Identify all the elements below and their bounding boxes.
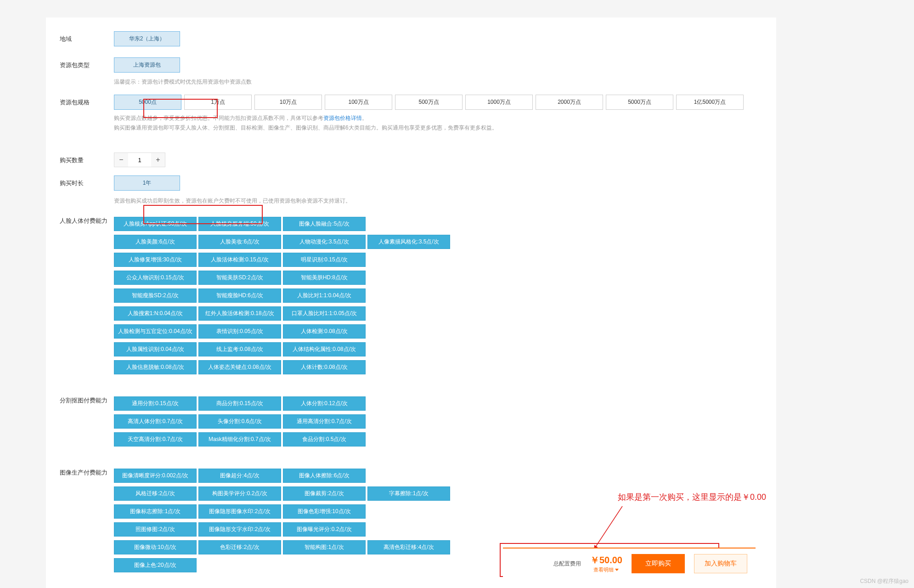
label-quantity: 购买数量 [60,153,114,164]
spec-option-6[interactable]: 2000万点 [536,95,603,110]
spec-option-1[interactable]: 1万点 [184,95,252,110]
gen-cap-2-2: 图像色彩增强:10点/次 [283,504,366,519]
watermark: CSDN @程序猿gao [860,577,908,585]
face-cap-8-0: 人脸信息脱敏:0.08点/次 [114,360,197,374]
spec-price-link[interactable]: 资源包价格详情 [323,115,362,121]
face-capabilities: 人脸核身App认证:50点/次人脸核身服务端:50点/次图像人脸融合:5点/次人… [114,217,762,378]
spec-option-3[interactable]: 100万点 [325,95,392,110]
face-cap-5-1: 红外人脸活体检测:0.18点/次 [198,306,281,321]
face-cap-8-2: 人体计数:0.08点/次 [283,360,366,374]
qty-input[interactable] [128,153,151,167]
row-spec: 资源包规格 5000点1万点10万点100万点500万点1000万点2000万点… [60,95,762,132]
seg-cap-0-1: 商品分割:0.15点/次 [198,396,281,411]
face-cap-2-0: 人脸修复增强:30点/次 [114,253,197,267]
chevron-down-icon [615,569,619,571]
gen-cap-1-0: 风格迁移:2点/次 [114,486,197,501]
face-cap-7-1: 线上监考:0.08点/次 [198,342,281,356]
face-cap-4-2: 人脸比对1:1:0.04点/次 [283,288,366,303]
gen-cap-3-2: 图像曝光评分:0.2点/次 [283,522,366,537]
seg-cap-1-2: 通用高清分割:0.7点/次 [283,414,366,429]
spec-grid: 5000点1万点10万点100万点500万点1000万点2000万点5000万点… [114,95,762,110]
face-cap-2-2: 明星识别:0.15点/次 [283,253,366,267]
gen-cap-1-1: 构图美学评分:0.2点/次 [198,486,281,501]
section-seg: 分割抠图付费能力 通用分割:0.15点/次商品分割:0.15点/次人体分割:0.… [60,396,762,450]
label-duration: 购买时长 [60,175,114,187]
annotation-text: 如果是第一次购买，这里显示的是￥0.00 [618,492,766,503]
label-gen: 图像生产付费能力 [60,469,114,477]
label-face: 人脸人体付费能力 [60,217,114,225]
seg-cap-0-0: 通用分割:0.15点/次 [114,396,197,411]
label-spec: 资源包规格 [60,95,114,107]
seg-cap-1-1: 头像分割:0.6点/次 [198,414,281,429]
add-to-cart-button[interactable]: 加入购物车 [694,554,747,573]
face-cap-0-1: 人脸核身服务端:50点/次 [198,217,281,231]
buy-now-button[interactable]: 立即购买 [632,554,685,573]
gen-cap-1-3: 字幕擦除:1点/次 [367,486,450,501]
spec-option-7[interactable]: 5000万点 [606,95,673,110]
spec-option-0[interactable]: 5000点 [114,95,181,110]
seg-cap-0-2: 人体分割:0.12点/次 [283,396,366,411]
row-quantity: 购买数量 − + [60,153,762,167]
label-pkg-type: 资源包类型 [60,57,114,69]
face-cap-7-0: 人脸属性识别:0.04点/次 [114,342,197,356]
face-cap-6-0: 人脸检测与五官定位:0.04点/次 [114,324,197,339]
region-option-0[interactable]: 华东2（上海） [114,31,180,46]
section-face: 人脸人体付费能力 人脸核身App认证:50点/次人脸核身服务端:50点/次图像人… [60,217,762,378]
total-price: ￥50.00 [590,554,622,566]
seg-cap-2-0: 天空高清分割:0.7点/次 [114,432,197,447]
gen-cap-5-0: 图像上色:20点/次 [114,558,197,572]
spec-hint: 购买资源点数越多，享受更多折扣优惠。不同能力抵扣资源点系数不同，具体可以参考资源… [114,113,762,132]
spec-option-2[interactable]: 10万点 [254,95,322,110]
face-cap-0-2: 图像人脸融合:5点/次 [283,217,366,231]
seg-capabilities: 通用分割:0.15点/次商品分割:0.15点/次人体分割:0.12点/次高清人体… [114,396,762,450]
face-cap-3-1: 智能美肤SD:2点/次 [198,271,281,285]
duration-hint: 资源包购买成功后即刻生效，资源包在账户欠费时不可使用，已使用资源包剩余资源不支持… [114,196,762,205]
qty-minus-button[interactable]: − [114,153,128,167]
spec-option-4[interactable]: 500万点 [395,95,463,110]
seg-cap-2-2: 食品分割:0.5点/次 [283,432,366,447]
gen-cap-2-1: 图像隐形图像水印:2点/次 [198,504,281,519]
seg-cap-1-0: 高清人体分割:0.7点/次 [114,414,197,429]
face-cap-4-1: 智能瘦脸HD:6点/次 [198,288,281,303]
gen-cap-4-1: 色彩迁移:2点/次 [198,540,281,554]
face-cap-1-1: 人脸美妆:6点/次 [198,235,281,249]
face-cap-6-2: 人体检测:0.08点/次 [283,324,366,339]
face-cap-7-2: 人体结构化属性:0.08点/次 [283,342,366,356]
quantity-stepper: − + [114,153,165,167]
gen-cap-4-2: 智能构图:1点/次 [283,540,366,554]
gen-cap-4-0: 图像微动:10点/次 [114,540,197,554]
gen-cap-1-2: 图像裁剪:2点/次 [283,486,366,501]
face-cap-1-0: 人脸美颜:6点/次 [114,235,197,249]
row-duration: 购买时长 1年 资源包购买成功后即刻生效，资源包在账户欠费时不可使用，已使用资源… [60,175,762,205]
face-cap-0-0: 人脸核身App认证:50点/次 [114,217,197,231]
face-cap-1-3: 人像素描风格化:3.5点/次 [367,235,450,249]
cost-label: 总配置费用 [553,560,581,568]
qty-plus-button[interactable]: + [151,153,165,167]
gen-cap-3-1: 图像隐形文字水印:2点/次 [198,522,281,537]
face-cap-8-1: 人体姿态关键点:0.08点/次 [198,360,281,374]
face-cap-1-2: 人物动漫化:3.5点/次 [283,235,366,249]
face-cap-4-0: 智能瘦脸SD:2点/次 [114,288,197,303]
gen-cap-4-3: 高清色彩迁移:4点/次 [367,540,450,554]
seg-cap-2-1: Mask精细化分割:0.7点/次 [198,432,281,447]
label-region: 地域 [60,31,114,43]
gen-cap-0-2: 图像人体擦除:6点/次 [283,469,366,483]
pkg-type-hint: 温馨提示：资源包计费模式时优先抵用资源包中资源点数 [114,77,762,86]
row-region: 地域 华东2（上海） [60,31,762,49]
view-detail-link[interactable]: 查看明细 [593,566,619,573]
face-cap-2-1: 人脸活体检测:0.15点/次 [198,253,281,267]
face-cap-5-2: 口罩人脸比对1:1:0.05点/次 [283,306,366,321]
label-seg: 分割抠图付费能力 [60,396,114,405]
gen-cap-0-0: 图像清晰度评分:0.002点/次 [114,469,197,483]
gen-cap-3-0: 照图修图:2点/次 [114,522,197,537]
face-cap-5-0: 人脸搜索1:N:0.04点/次 [114,306,197,321]
face-cap-3-2: 智能美肤HD:8点/次 [283,271,366,285]
gen-cap-2-0: 图像标志擦除:1点/次 [114,504,197,519]
face-cap-3-0: 公众人物识别:0.15点/次 [114,271,197,285]
gen-cap-0-1: 图像超分:4点/次 [198,469,281,483]
pkg-type-option-0[interactable]: 上海资源包 [114,57,180,73]
spec-option-8[interactable]: 1亿5000万点 [676,95,744,110]
duration-option-0[interactable]: 1年 [114,175,180,191]
spec-option-5[interactable]: 1000万点 [465,95,533,110]
footer-bar: 总配置费用 ￥50.00 查看明细 立即购买 加入购物车 [503,548,756,579]
